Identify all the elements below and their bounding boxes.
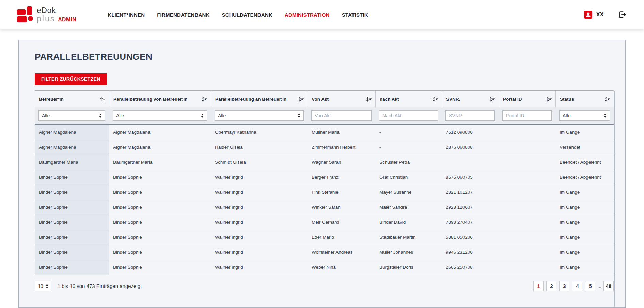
table-row[interactable]: Baumgartner MariaBaumgartner MariaSchmid… bbox=[35, 155, 614, 170]
table-cell: Binder Sophie bbox=[109, 230, 211, 245]
table-cell: Eder Mario bbox=[308, 230, 375, 245]
brand-name: eDok bbox=[37, 6, 56, 15]
table-cell: Versendet bbox=[555, 140, 614, 155]
page-button[interactable]: 5 bbox=[585, 281, 595, 291]
filter-select-value: Alle bbox=[563, 113, 570, 118]
nav-item-firmendatenbank[interactable]: FIRMENDATENBANK bbox=[157, 12, 209, 18]
table-cell: 7398 270407 bbox=[442, 215, 499, 230]
table-row[interactable]: Binder SophieBinder SophieWallner Ingrid… bbox=[35, 230, 614, 245]
column-header-label: Status bbox=[560, 97, 574, 102]
table-cell bbox=[442, 155, 499, 170]
table-cell: Obermayr Katharina bbox=[211, 125, 308, 140]
brand-logo[interactable]: eDok plus ADMIN bbox=[17, 6, 76, 23]
column-header[interactable]: Status bbox=[555, 91, 614, 107]
filter-input[interactable] bbox=[379, 110, 438, 121]
table-row[interactable]: Binder SophieBinder SophieWallner Ingrid… bbox=[35, 170, 614, 185]
table-cell bbox=[499, 215, 555, 230]
table-row[interactable]: Binder SophieBinder SophieWallner Ingrid… bbox=[35, 185, 614, 200]
column-header[interactable]: SVNR. bbox=[442, 91, 499, 107]
table-cell: Aigner Magdalena bbox=[109, 140, 211, 155]
filter-select[interactable]: Alle bbox=[559, 110, 610, 121]
table-row[interactable]: Binder SophieBinder SophieWallner Ingrid… bbox=[35, 215, 614, 230]
table-cell: 2928 120607 bbox=[442, 200, 499, 215]
table-cell: 5381 050206 bbox=[442, 230, 499, 245]
table-header-row: Betreuer*in Parallelbetreuung von Betreu… bbox=[35, 90, 614, 107]
nav-item-schuldatenbank[interactable]: SCHULDATENBANK bbox=[222, 12, 272, 18]
page-button[interactable]: 4 bbox=[572, 281, 582, 291]
column-header-label: Parallelbetreuung an Betreuer:in bbox=[215, 97, 286, 102]
filter-select[interactable]: Alle bbox=[38, 110, 105, 121]
column-header[interactable]: Betreuer*in bbox=[35, 91, 109, 107]
table-cell: Aigner Magdalena bbox=[35, 125, 109, 140]
table-cell: Baumgartner Maria bbox=[109, 155, 211, 170]
sort-icon bbox=[366, 96, 372, 102]
page-title: PARALLELBETREUUNGEN bbox=[35, 52, 609, 62]
table-cell: Winkler Sarah bbox=[308, 200, 375, 215]
column-header-label: nach Akt bbox=[380, 97, 399, 102]
column-header[interactable]: Parallelbetreuung von Betreuer:in bbox=[109, 91, 211, 107]
table-cell: 2321 101207 bbox=[442, 185, 499, 200]
table-row[interactable]: Aigner MagdalenaAigner MagdalenaObermayr… bbox=[35, 125, 614, 140]
table-row[interactable]: Binder SophieBinder SophieWallner Ingrid… bbox=[35, 260, 614, 275]
table-cell bbox=[499, 230, 555, 245]
column-header[interactable]: Portal ID bbox=[499, 91, 555, 107]
table-cell: Wagner Sarah bbox=[308, 155, 375, 170]
table-cell: Maier Sandra bbox=[375, 200, 442, 215]
table-cell: Meir Gerhard bbox=[308, 215, 375, 230]
table-cell bbox=[499, 155, 555, 170]
table-cell: - bbox=[375, 140, 442, 155]
table-cell: Baumgartner Maria bbox=[35, 155, 109, 170]
nav-item-klient-innen[interactable]: KLIENT*INNEN bbox=[108, 12, 145, 18]
filter-input[interactable] bbox=[502, 110, 552, 121]
table-cell: Im Gange bbox=[555, 230, 614, 245]
table-cell: Schuster Petra bbox=[375, 155, 442, 170]
topbar: eDok plus ADMIN KLIENT*INNENFIRMENDATENB… bbox=[0, 0, 644, 29]
table-cell: Beendet / Abgelehnt bbox=[555, 155, 614, 170]
table-row[interactable]: Binder SophieBinder SophieWallner Ingrid… bbox=[35, 200, 614, 215]
pagination-ellipsis: ... bbox=[597, 283, 601, 289]
brand-text: eDok plus ADMIN bbox=[37, 6, 76, 23]
filter-reset-button[interactable]: FILTER ZURÜCKSETZEN bbox=[35, 73, 107, 85]
table-cell: Wallner Ingrid bbox=[211, 260, 308, 275]
table-cell: Binder Sophie bbox=[35, 215, 109, 230]
column-header[interactable]: von Akt bbox=[308, 91, 375, 107]
table-cell: - bbox=[375, 125, 442, 140]
table-scrollbar[interactable] bbox=[614, 91, 615, 307]
filter-input[interactable] bbox=[311, 110, 372, 121]
page-button[interactable]: 1 bbox=[533, 281, 544, 291]
filter-select[interactable]: Alle bbox=[113, 110, 207, 121]
table-row[interactable]: Aigner MagdalenaAigner MagdalenaHaider G… bbox=[35, 140, 614, 155]
table-cell: Fink Stefanie bbox=[308, 185, 375, 200]
table-cell: Aigner Magdalena bbox=[109, 125, 211, 140]
table-cell: Binder Sophie bbox=[35, 170, 109, 185]
table-footer: 10 1 bis 10 von 473 Einträgen angezeigt … bbox=[35, 275, 614, 298]
page-button[interactable]: 3 bbox=[559, 281, 569, 291]
filter-input[interactable] bbox=[445, 110, 495, 121]
table-cell: 9946 231206 bbox=[442, 245, 499, 260]
table-cell: Schmidt Gisela bbox=[211, 155, 308, 170]
select-arrows-icon bbox=[604, 114, 607, 118]
page-button[interactable]: 2 bbox=[546, 281, 556, 291]
column-header-label: Betreuer*in bbox=[39, 97, 64, 102]
user-icon[interactable] bbox=[584, 11, 592, 19]
page-size-select[interactable]: 10 bbox=[35, 281, 51, 291]
table-cell: Binder Sophie bbox=[109, 200, 211, 215]
sort-icon bbox=[432, 96, 438, 102]
nav-item-administration[interactable]: ADMINISTRATION bbox=[285, 12, 330, 18]
nav-item-statistik[interactable]: STATISTIK bbox=[342, 12, 368, 18]
table-row[interactable]: Binder SophieBinder SophieWallner Ingrid… bbox=[35, 245, 614, 260]
filter-cell: Alle bbox=[109, 107, 211, 124]
sort-icon bbox=[546, 96, 552, 102]
column-header[interactable]: Parallelbetreuung an Betreuer:in bbox=[211, 91, 308, 107]
table-cell: Im Gange bbox=[555, 245, 614, 260]
table-cell: Müller Johannes bbox=[375, 245, 442, 260]
pagination: 12345...48 bbox=[533, 281, 614, 291]
table-filter-row: Alle Alle Alle Alle bbox=[35, 107, 614, 125]
filter-select[interactable]: Alle bbox=[215, 110, 304, 121]
select-arrows-icon bbox=[201, 114, 204, 118]
page-button[interactable]: 48 bbox=[603, 281, 614, 291]
logout-button[interactable] bbox=[617, 10, 627, 19]
column-header[interactable]: nach Akt bbox=[375, 91, 442, 107]
table-cell: Im Gange bbox=[555, 200, 614, 215]
table-cell: Binder Sophie bbox=[35, 200, 109, 215]
